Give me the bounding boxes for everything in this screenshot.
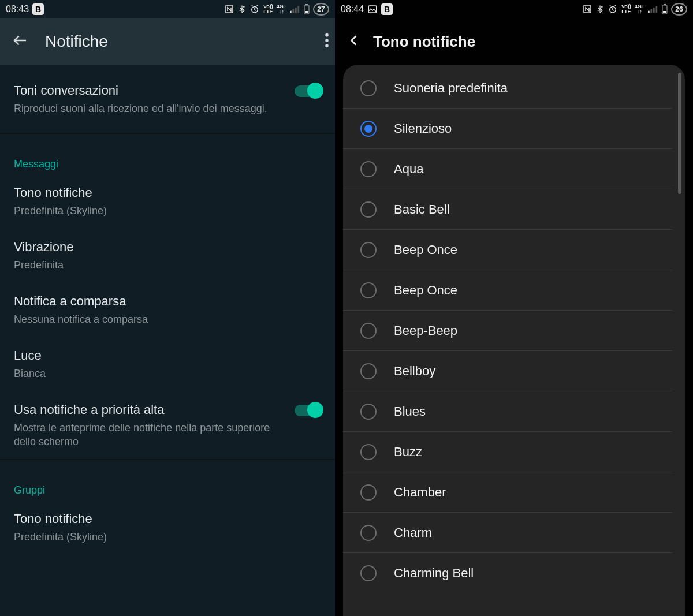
tone-picker-screen: 08:44 B Vo)) LTE bbox=[335, 0, 693, 616]
tone-option-label: Charming Bell bbox=[394, 566, 474, 581]
svg-rect-16 bbox=[656, 6, 658, 13]
tone-option[interactable]: Beep Once bbox=[343, 270, 672, 311]
svg-rect-4 bbox=[298, 6, 300, 13]
tone-option-label: Aqua bbox=[394, 162, 423, 177]
tone-option-label: Bellboy bbox=[394, 364, 435, 379]
popup-row[interactable]: Notifica a comparsa Nessuna notifica a c… bbox=[0, 282, 335, 337]
page-title: Notifiche bbox=[45, 32, 308, 51]
notification-tone-title: Tono notifiche bbox=[14, 184, 321, 201]
high-priority-sub: Mostra le anteprime delle notifiche nell… bbox=[14, 421, 283, 449]
alarm-icon bbox=[249, 4, 260, 14]
tone-option[interactable]: Beep Once bbox=[343, 230, 672, 270]
tone-option[interactable]: Chamber bbox=[343, 472, 672, 513]
radio-icon[interactable] bbox=[360, 80, 377, 96]
notification-tone-sub: Predefinita (Skyline) bbox=[14, 204, 321, 218]
svg-rect-7 bbox=[305, 11, 308, 13]
radio-icon[interactable] bbox=[360, 161, 377, 177]
light-sub: Bianca bbox=[14, 367, 321, 380]
network-4g-icon: 4G+ ↓↑ bbox=[277, 4, 286, 14]
radio-icon[interactable] bbox=[360, 242, 377, 258]
svg-rect-3 bbox=[295, 8, 297, 13]
notification-tone-row[interactable]: Tono notifiche Predefinita (Skyline) bbox=[0, 174, 335, 228]
group-notification-tone-row[interactable]: Tono notifiche Predefinita (Skyline) bbox=[0, 500, 335, 554]
battery-percent: 27 bbox=[313, 3, 329, 16]
status-bar-right: 08:44 B Vo)) LTE bbox=[335, 0, 693, 18]
radio-icon[interactable] bbox=[360, 201, 377, 218]
svg-rect-13 bbox=[648, 11, 650, 13]
conversation-tones-toggle[interactable] bbox=[295, 85, 321, 97]
conversation-tones-sub: Riproduci suoni alla ricezione ed all'in… bbox=[14, 102, 283, 115]
status-time: 08:44 bbox=[341, 4, 364, 14]
section-header-gruppi: Gruppi bbox=[0, 460, 335, 500]
vibration-title: Vibrazione bbox=[14, 238, 321, 256]
high-priority-toggle[interactable] bbox=[295, 405, 321, 416]
radio-icon[interactable] bbox=[360, 525, 377, 541]
bluetooth-icon bbox=[238, 4, 246, 14]
vibration-sub: Predefinita bbox=[14, 258, 321, 272]
radio-icon[interactable] bbox=[360, 484, 377, 501]
battery-icon bbox=[304, 4, 310, 14]
svg-rect-18 bbox=[664, 4, 666, 5]
tone-option[interactable]: Charming Bell bbox=[343, 553, 672, 593]
battery-percent: 26 bbox=[671, 3, 687, 16]
tone-option-label: Beep Once bbox=[394, 283, 457, 298]
tone-modal: Suoneria predefinitaSilenziosoAquaBasic … bbox=[343, 65, 685, 616]
radio-icon[interactable] bbox=[360, 444, 377, 460]
svg-rect-6 bbox=[305, 4, 308, 5]
light-row[interactable]: Luce Bianca bbox=[0, 337, 335, 391]
tone-option[interactable]: Bellboy bbox=[343, 351, 672, 391]
high-priority-title: Usa notifiche a priorità alta bbox=[14, 401, 283, 419]
more-menu-button[interactable] bbox=[325, 32, 329, 51]
svg-point-9 bbox=[325, 39, 329, 42]
group-tone-title: Tono notifiche bbox=[14, 510, 321, 528]
tone-option[interactable]: Aqua bbox=[343, 149, 672, 189]
tone-option[interactable]: Basic Bell bbox=[343, 189, 672, 230]
signal-icon bbox=[290, 5, 300, 13]
tone-option-label: Basic Bell bbox=[394, 202, 450, 217]
tone-option-label: Beep-Beep bbox=[394, 323, 457, 338]
radio-icon[interactable] bbox=[360, 363, 377, 379]
conversation-tones-row[interactable]: Toni conversazioni Riproduci suoni alla … bbox=[0, 65, 335, 133]
tone-option[interactable]: Suoneria predefinita bbox=[343, 68, 672, 109]
picker-header: Tono notifiche bbox=[335, 18, 693, 65]
back-button[interactable] bbox=[12, 32, 29, 51]
vibration-row[interactable]: Vibrazione Predefinita bbox=[0, 228, 335, 282]
picker-title: Tono notifiche bbox=[373, 33, 475, 51]
radio-list: Suoneria predefinitaSilenziosoAquaBasic … bbox=[343, 68, 685, 593]
svg-rect-2 bbox=[293, 9, 295, 13]
image-icon bbox=[367, 4, 378, 14]
radio-icon[interactable] bbox=[360, 282, 377, 298]
b-badge-icon: B bbox=[381, 3, 393, 15]
scrollbar[interactable] bbox=[678, 73, 681, 194]
svg-rect-1 bbox=[290, 11, 292, 13]
network-4g-icon: 4G+ ↓↑ bbox=[635, 4, 644, 14]
light-title: Luce bbox=[14, 347, 321, 364]
radio-icon[interactable] bbox=[360, 404, 377, 420]
back-button[interactable] bbox=[346, 33, 362, 50]
tone-option-label: Silenzioso bbox=[394, 121, 452, 136]
tone-option[interactable]: Silenzioso bbox=[343, 109, 672, 149]
tone-option-label: Charm bbox=[394, 525, 432, 540]
tone-option[interactable]: Charm bbox=[343, 513, 672, 553]
notifications-settings-screen: 08:43 B Vo)) LTE 4G+ ↓↑ bbox=[0, 0, 335, 616]
high-priority-row[interactable]: Usa notifiche a priorità alta Mostra le … bbox=[0, 391, 335, 459]
tone-option[interactable]: Beep-Beep bbox=[343, 311, 672, 351]
radio-icon[interactable] bbox=[360, 565, 377, 581]
radio-icon[interactable] bbox=[360, 121, 377, 137]
svg-rect-19 bbox=[663, 11, 666, 13]
alarm-icon bbox=[608, 4, 618, 14]
tone-option[interactable]: Blues bbox=[343, 391, 672, 432]
tone-option[interactable]: Buzz bbox=[343, 432, 672, 472]
bluetooth-icon bbox=[596, 4, 604, 14]
svg-point-10 bbox=[325, 44, 329, 48]
svg-rect-15 bbox=[653, 8, 655, 13]
svg-point-8 bbox=[325, 33, 329, 37]
section-header-messaggi: Messaggi bbox=[0, 134, 335, 174]
popup-sub: Nessuna notifica a comparsa bbox=[14, 312, 321, 326]
b-badge-icon: B bbox=[32, 3, 44, 15]
nfc-icon bbox=[582, 4, 593, 14]
status-bar-left: 08:43 B Vo)) LTE 4G+ ↓↑ bbox=[0, 0, 335, 18]
svg-rect-14 bbox=[651, 9, 653, 13]
radio-icon[interactable] bbox=[360, 323, 377, 339]
conversation-tones-title: Toni conversazioni bbox=[14, 82, 283, 99]
